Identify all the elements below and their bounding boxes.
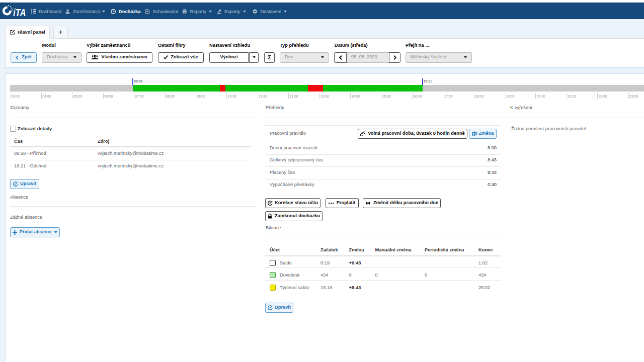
svg-text:iTA: iTA (13, 7, 26, 18)
